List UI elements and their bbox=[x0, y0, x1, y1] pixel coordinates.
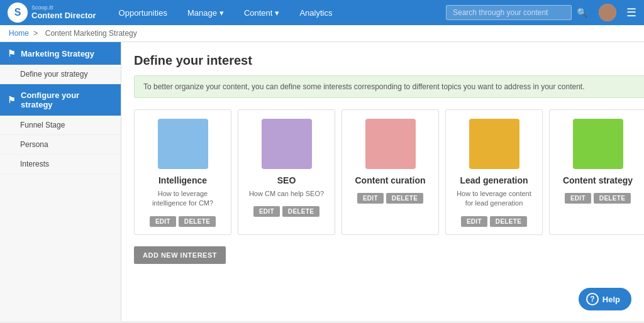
breadcrumb-separator: > bbox=[33, 29, 38, 38]
add-new-interest-button[interactable]: ADD NEW INTEREST bbox=[134, 246, 226, 264]
card-title: Intelligence bbox=[142, 175, 223, 185]
edit-button[interactable]: EDIT bbox=[150, 216, 176, 227]
nav-opportunities[interactable]: Opportunities bbox=[109, 0, 177, 25]
card-color-box bbox=[573, 119, 623, 169]
card-actions: EDIT DELETE bbox=[246, 206, 327, 217]
card-actions: EDIT DELETE bbox=[350, 193, 431, 204]
search-area: 🔍 ☰ bbox=[446, 4, 636, 21]
sidebar-item-persona[interactable]: Persona bbox=[0, 135, 121, 155]
sidebar-item-define-strategy[interactable]: Define your strategy bbox=[0, 65, 121, 84]
search-input[interactable] bbox=[446, 5, 572, 20]
interest-card: Intelligence How to leverage intelligenc… bbox=[134, 109, 231, 235]
card-color-box bbox=[469, 119, 519, 169]
breadcrumb-home[interactable]: Home bbox=[9, 29, 29, 38]
interest-card: SEO How CM can help SEO? EDIT DELETE bbox=[238, 109, 335, 235]
search-button[interactable]: 🔍 bbox=[577, 8, 587, 18]
help-circle-icon: ? bbox=[586, 293, 599, 305]
card-title: Content curation bbox=[350, 175, 431, 185]
logo-line2: Content Director bbox=[31, 11, 96, 20]
edit-button[interactable]: EDIT bbox=[253, 206, 280, 217]
sidebar: ⚑ Marketing Strategy Define your strateg… bbox=[0, 42, 121, 321]
help-label: Help bbox=[602, 295, 620, 304]
nav-items: Opportunities Manage ▾ Content ▾ Analyti… bbox=[109, 0, 446, 25]
interest-card: Content strategy EDIT DELETE bbox=[549, 109, 644, 235]
sidebar-section-configure-strategy[interactable]: ⚑ Configure your strategy bbox=[0, 84, 121, 116]
nav-manage[interactable]: Manage ▾ bbox=[177, 0, 234, 25]
edit-button[interactable]: EDIT bbox=[357, 193, 384, 204]
edit-button[interactable]: EDIT bbox=[461, 216, 487, 227]
sidebar-item-funnel-stage[interactable]: Funnel Stage bbox=[0, 116, 121, 135]
chevron-down-icon: ▾ bbox=[219, 8, 224, 18]
hamburger-icon[interactable]: ☰ bbox=[626, 6, 636, 19]
card-desc: How to leverage content for lead generat… bbox=[453, 189, 535, 209]
sidebar-section1-label: Marketing Strategy bbox=[21, 49, 94, 58]
card-desc: How CM can help SEO? bbox=[246, 189, 327, 199]
delete-button[interactable]: DELETE bbox=[490, 216, 527, 227]
breadcrumb-current: Content Marketing Strategy bbox=[45, 29, 137, 38]
page-title: Define your interest bbox=[134, 53, 644, 68]
interest-card: Lead generation How to leverage content … bbox=[445, 109, 543, 235]
card-color-box bbox=[158, 119, 208, 169]
delete-button[interactable]: DELETE bbox=[594, 193, 631, 204]
breadcrumb: Home > Content Marketing Strategy bbox=[0, 25, 644, 42]
top-navigation: S Scoop.it! Content Director Opportuniti… bbox=[0, 0, 644, 25]
sidebar-item-interests[interactable]: Interests bbox=[0, 155, 121, 174]
card-actions: EDIT DELETE bbox=[557, 193, 638, 204]
delete-button[interactable]: DELETE bbox=[282, 206, 319, 217]
delete-button[interactable]: DELETE bbox=[386, 193, 423, 204]
card-title: Lead generation bbox=[453, 175, 535, 185]
chevron-down-icon: ▾ bbox=[275, 8, 279, 18]
card-actions: EDIT DELETE bbox=[453, 216, 535, 227]
avatar[interactable] bbox=[599, 4, 616, 21]
sidebar-section2-label: Configure your strategy bbox=[21, 90, 113, 109]
info-banner: To better organize your content, you can… bbox=[134, 75, 644, 98]
interest-card: Content curation EDIT DELETE bbox=[341, 109, 439, 235]
logo[interactable]: S Scoop.it! Content Director bbox=[8, 3, 96, 23]
card-title: Content strategy bbox=[557, 175, 638, 185]
flag-icon: ⚑ bbox=[8, 48, 16, 58]
help-button[interactable]: ? Help bbox=[579, 288, 631, 310]
content-area: Define your interest To better organize … bbox=[121, 42, 644, 321]
logo-text: Scoop.it! Content Director bbox=[31, 5, 96, 20]
config-icon: ⚑ bbox=[8, 95, 16, 105]
card-title: SEO bbox=[246, 175, 327, 185]
delete-button[interactable]: DELETE bbox=[179, 216, 216, 227]
card-desc: How to leverage intelligence for CM? bbox=[142, 189, 223, 209]
sidebar-section-marketing-strategy[interactable]: ⚑ Marketing Strategy bbox=[0, 42, 121, 65]
main-layout: ⚑ Marketing Strategy Define your strateg… bbox=[0, 42, 644, 321]
nav-analytics[interactable]: Analytics bbox=[289, 0, 342, 25]
edit-button[interactable]: EDIT bbox=[565, 193, 591, 204]
logo-icon: S bbox=[8, 3, 28, 23]
card-actions: EDIT DELETE bbox=[142, 216, 223, 227]
card-color-box bbox=[262, 119, 312, 169]
nav-content[interactable]: Content ▾ bbox=[234, 0, 290, 25]
interest-cards-row: Intelligence How to leverage intelligenc… bbox=[134, 109, 644, 235]
card-color-box bbox=[365, 119, 416, 169]
